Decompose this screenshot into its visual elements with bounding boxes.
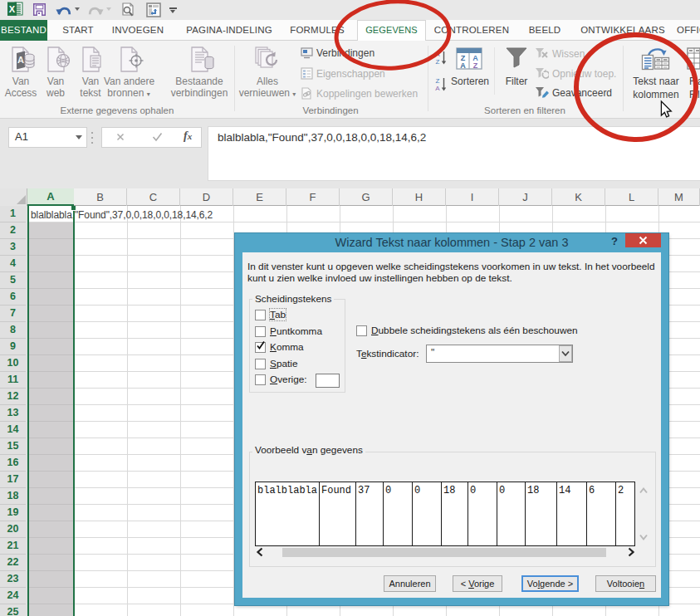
svg-text:Z: Z xyxy=(436,77,440,85)
svg-text:Z: Z xyxy=(436,58,440,66)
svg-text:A: A xyxy=(435,85,440,92)
svg-text:Z: Z xyxy=(473,61,478,70)
svg-text:A: A xyxy=(17,55,24,65)
svg-text:A: A xyxy=(435,51,440,58)
svg-text:X: X xyxy=(9,4,16,14)
svg-text:A: A xyxy=(460,61,466,70)
